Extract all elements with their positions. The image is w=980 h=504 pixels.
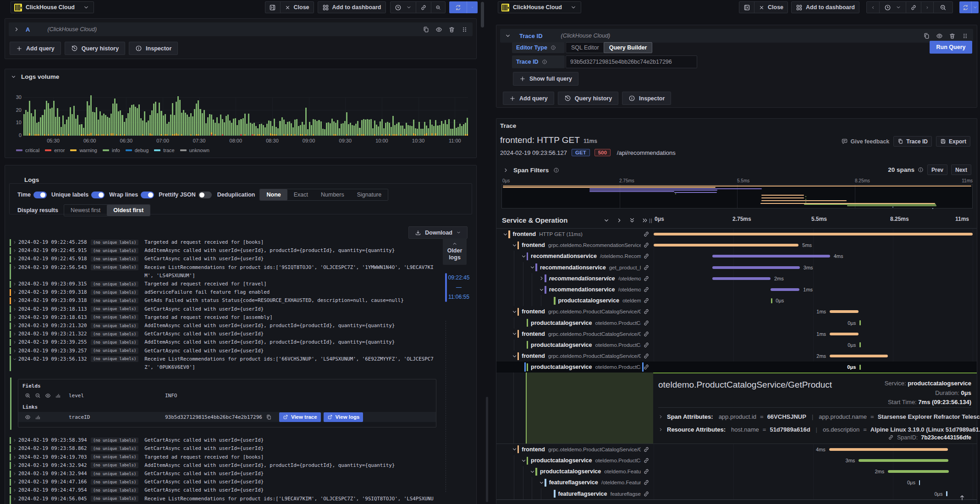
bar-chart-icon[interactable] [55,393,61,399]
double-chevron-right-icon[interactable] [642,217,648,224]
run-query-refresh-button[interactable] [449,1,478,13]
span-expander-icon[interactable] [512,242,518,248]
chevron-right-icon[interactable] [12,478,18,484]
span-bar[interactable] [712,277,771,280]
link-icon[interactable] [643,353,650,359]
info-circle-icon[interactable] [918,167,924,173]
span-bar[interactable] [654,244,798,247]
span-expander-icon[interactable] [512,353,518,359]
span-bar[interactable] [830,310,859,313]
span-expander-icon[interactable] [539,287,545,293]
span-timeline-cell[interactable]: 0μs [654,362,973,373]
log-row[interactable]: 2024-02-19 09:22:45.258 (no unique label… [5,238,460,247]
link-icon[interactable] [643,479,650,486]
resource-attributes-row[interactable]: Resource Attributes: host.name=51d7989a6… [658,426,980,433]
legend-item[interactable]: trace [154,148,174,153]
link-icon[interactable] [643,491,650,497]
close-split-button[interactable]: Close [754,2,787,13]
add-query-button[interactable]: Add query [10,42,61,55]
log-row[interactable]: 2024-02-19 09:22:45.915 (no unique label… [5,247,460,255]
link-icon[interactable] [643,468,650,475]
span-timeline-cell[interactable]: 5ms [654,240,973,251]
span-timeline-cell[interactable]: 0μs [654,340,973,351]
info-circle-icon[interactable] [553,167,559,173]
zoom-out-icon[interactable] [431,2,445,13]
span-bar[interactable] [859,365,861,370]
chevron-right-icon[interactable] [12,322,18,328]
log-row[interactable]: 2024-02-19 09:23:58.394 (no unique label… [5,436,460,444]
trace-minimap[interactable]: 0μs2.75ms5.5ms8.25ms11ms [501,178,973,208]
chevron-right-icon[interactable] [12,238,18,245]
chevron-right-icon[interactable] [12,263,18,270]
show-full-query-button[interactable]: Show full query [513,72,578,86]
query-row-header[interactable]: A (ClickHouse Cloud) [9,22,473,36]
span-timeline-cell[interactable]: 0μs [654,318,973,329]
span-row[interactable]: productcatalogservice oteldemo.ProductCa… [496,295,977,306]
chevron-right-icon[interactable] [12,338,18,345]
chevron-right-icon[interactable] [12,470,18,476]
link-icon[interactable] [643,342,650,348]
span-expander-icon[interactable] [539,275,545,281]
span-row[interactable]: frontend grpc.oteldemo.RecommendationSer… [496,240,977,251]
link-icon[interactable] [643,331,650,337]
span-expander-icon[interactable] [502,231,508,237]
link-icon[interactable] [416,2,431,13]
inspector-button[interactable]: Inspector [622,92,671,105]
span-row[interactable]: featureflagservice featureflagservice.re… [496,488,977,499]
legend-item[interactable]: info [103,148,120,153]
add-to-dashboard-button[interactable]: Add to dashboard [318,2,385,13]
up-arrow-icon[interactable] [958,494,966,501]
view-trace-button[interactable]: View trace [279,412,321,422]
log-row[interactable]: 2024-02-19 09:24:32.944 (no unique label… [5,470,460,478]
span-timeline-cell[interactable]: 1ms [654,284,973,295]
span-timeline-cell[interactable]: 4ms [654,251,973,262]
legend-item[interactable]: error [45,148,65,153]
chevron-right-icon[interactable] [503,167,509,173]
split-close-right-icon[interactable] [265,2,280,13]
span-timeline-cell[interactable]: 2ms [654,273,973,284]
link-icon[interactable] [643,264,650,271]
trace-id-button[interactable]: Trace ID [893,136,932,147]
span-bar[interactable] [859,342,861,347]
inspector-button[interactable]: Inspector [129,42,178,55]
query-history-button[interactable]: Query history [65,42,125,55]
chevron-right-icon[interactable] [616,217,622,224]
link-icon[interactable] [643,297,650,304]
unique-labels-toggle[interactable] [91,192,105,198]
dedup-option[interactable]: Numbers [314,189,351,200]
span-timeline-cell[interactable]: 1ms [654,329,973,340]
span-row[interactable]: frontend HTTP GET (11ms) [496,229,977,240]
link-icon[interactable] [643,308,650,315]
span-bar[interactable] [888,470,949,473]
eye-icon[interactable] [25,414,31,420]
span-row[interactable]: productcatalogservice oteldemo.ProductCa… [496,455,977,466]
link-icon[interactable] [643,242,650,248]
span-expander-icon[interactable] [521,458,527,464]
query-row-header[interactable]: Trace ID (ClickHouse Cloud) [500,29,973,43]
span-expander-icon[interactable] [539,480,545,486]
span-expander-icon[interactable] [521,253,527,259]
editor-type-option[interactable]: Query Builder [604,42,653,53]
time-picker-button[interactable] [391,2,416,13]
eye-icon[interactable] [936,33,943,39]
info-circle-icon[interactable] [542,59,547,65]
span-bar[interactable] [919,480,920,485]
datasource-picker[interactable]: ClickHouse Cloud [498,1,581,13]
log-row[interactable]: 2024-02-19 09:23:09.318 (no unique label… [5,296,460,305]
next-button[interactable]: Next [951,164,971,175]
span-row[interactable]: frontend grpc.oteldemo.ProductCatalogSer… [496,444,977,455]
legend-item[interactable]: unknown [180,148,209,153]
log-row[interactable]: 2024-02-19 09:24:32.942 (no unique label… [5,461,460,470]
chevron-right-icon[interactable] [12,444,18,451]
log-row[interactable]: 2024-02-19 09:23:39.255 (no unique label… [5,338,460,346]
span-row[interactable]: frontend grpc.oteldemo.ProductCatalogSer… [496,306,977,317]
chevron-right-icon[interactable] [12,453,18,460]
drag-handle-icon[interactable] [962,33,969,39]
legend-item[interactable]: warning [70,148,97,153]
split-close-left-icon[interactable] [739,2,754,13]
link-icon[interactable] [906,2,921,13]
span-timeline-cell[interactable]: 3ms [654,455,973,466]
span-row[interactable]: productcatalogservice oteldemo.ProductCa… [496,340,977,351]
search-plus-icon[interactable] [25,393,31,399]
close-split-button[interactable]: Close [280,2,314,13]
